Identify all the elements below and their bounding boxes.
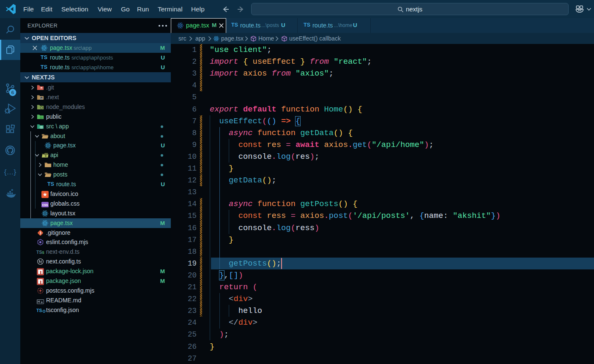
svg-text:css: css xyxy=(42,203,48,207)
svg-text:6: 6 xyxy=(11,90,14,95)
svg-text:n: n xyxy=(41,106,42,109)
svg-text:N: N xyxy=(41,97,42,99)
svg-text:★: ★ xyxy=(43,191,47,198)
